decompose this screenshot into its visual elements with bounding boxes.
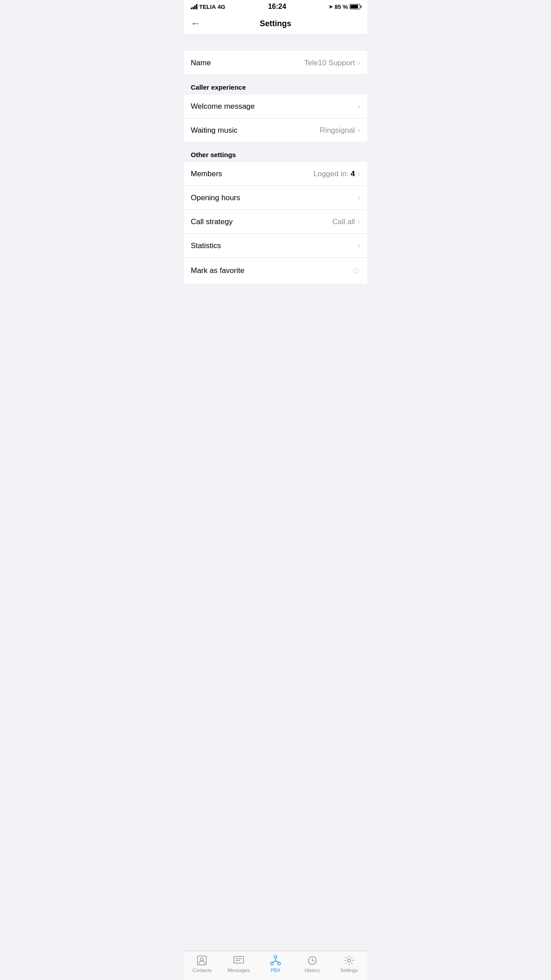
- waiting-music-value: Ringsignal: [320, 126, 355, 135]
- call-strategy-value: Call all: [332, 217, 355, 226]
- opening-hours-label: Opening hours: [191, 194, 240, 202]
- page-title: Settings: [206, 19, 345, 28]
- waiting-music-row[interactable]: Waiting music Ringsignal ›: [184, 119, 367, 142]
- statistics-row[interactable]: Statistics ›: [184, 234, 367, 258]
- waiting-music-label: Waiting music: [191, 126, 237, 135]
- network-type-label: 4G: [218, 4, 225, 10]
- status-right: ➤ 85 %: [329, 4, 360, 10]
- name-label: Name: [191, 59, 211, 67]
- opening-hours-chevron-icon: ›: [358, 193, 360, 202]
- statistics-right: ›: [358, 241, 360, 250]
- signal-bars-icon: [191, 4, 197, 9]
- location-icon: ➤: [329, 4, 333, 10]
- spacer-3: Other settings: [184, 142, 367, 162]
- mark-favorite-row[interactable]: Mark as favorite ☆: [184, 258, 367, 284]
- call-strategy-row[interactable]: Call strategy Call all ›: [184, 210, 367, 234]
- battery-percent-label: 85 %: [335, 4, 348, 10]
- spacer-2: Caller experience: [184, 75, 367, 95]
- name-row-right: Tele10 Support ›: [304, 58, 360, 67]
- mark-favorite-label: Mark as favorite: [191, 266, 244, 275]
- opening-hours-row[interactable]: Opening hours ›: [184, 186, 367, 210]
- name-row[interactable]: Name Tele10 Support ›: [184, 51, 367, 75]
- caller-experience-header: Caller experience: [184, 80, 367, 95]
- content-area: Name Tele10 Support › Caller experience …: [184, 35, 367, 319]
- members-chevron-icon: ›: [358, 169, 360, 178]
- other-settings-header: Other settings: [184, 147, 367, 162]
- waiting-music-chevron-icon: ›: [358, 126, 360, 135]
- welcome-message-right: ›: [358, 102, 360, 111]
- members-right: Logged in: 4 ›: [313, 169, 360, 178]
- members-label: Members: [191, 170, 222, 178]
- name-value: Tele10 Support: [304, 59, 355, 67]
- status-left: TELIA 4G: [191, 4, 225, 10]
- statistics-chevron-icon: ›: [358, 241, 360, 250]
- opening-hours-right: ›: [358, 193, 360, 202]
- call-strategy-chevron-icon: ›: [358, 217, 360, 226]
- welcome-message-chevron-icon: ›: [358, 102, 360, 111]
- call-strategy-label: Call strategy: [191, 217, 232, 226]
- members-row[interactable]: Members Logged in: 4 ›: [184, 162, 367, 186]
- favorite-star-icon[interactable]: ☆: [351, 265, 360, 277]
- carrier-label: TELIA: [199, 4, 216, 10]
- spacer-1: [184, 35, 367, 51]
- mark-favorite-right: ☆: [351, 265, 360, 277]
- call-strategy-right: Call all ›: [332, 217, 360, 226]
- name-chevron-icon: ›: [358, 58, 360, 67]
- back-button[interactable]: ←: [191, 18, 206, 29]
- waiting-music-right: Ringsignal ›: [320, 126, 360, 135]
- status-time: 16:24: [268, 3, 286, 11]
- welcome-message-label: Welcome message: [191, 102, 255, 111]
- battery-icon: [350, 4, 360, 9]
- nav-header: ← Settings: [184, 12, 367, 35]
- welcome-message-row[interactable]: Welcome message ›: [184, 95, 367, 119]
- statistics-label: Statistics: [191, 241, 221, 250]
- members-value: Logged in: 4: [313, 170, 355, 178]
- status-bar: TELIA 4G 16:24 ➤ 85 %: [184, 0, 367, 12]
